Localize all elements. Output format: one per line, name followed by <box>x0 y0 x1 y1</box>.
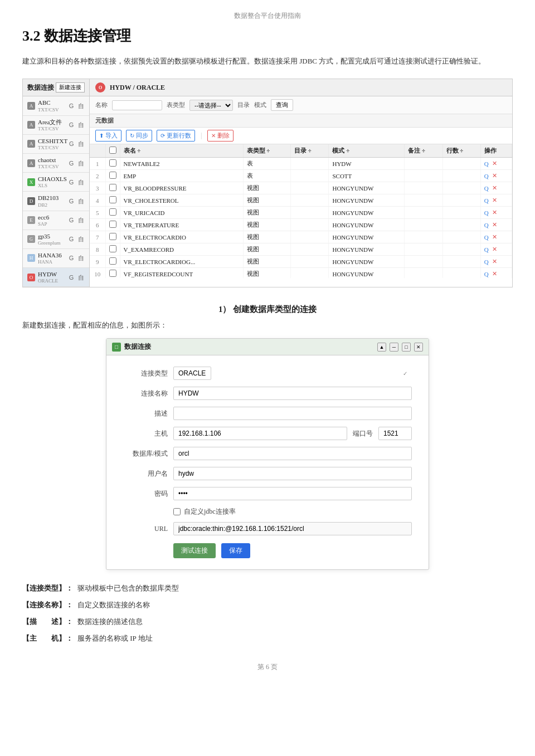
conn-name-input[interactable] <box>173 387 412 400</box>
url-input[interactable] <box>173 522 412 535</box>
delete-abc-button[interactable]: 自 <box>77 102 85 110</box>
edit-hydw-button[interactable]: G <box>67 274 75 281</box>
row-checkbox[interactable] <box>105 243 120 256</box>
row-query-icon[interactable]: Q <box>484 185 489 192</box>
toolbar-name-input[interactable] <box>112 100 162 110</box>
row-checkbox[interactable] <box>105 219 120 231</box>
row-query-icon[interactable]: Q <box>484 222 489 228</box>
sidebar-item-chaoxls[interactable]: X CHAOXLS XLS G 自 <box>23 173 89 192</box>
delete-ceshitxt-button[interactable]: 自 <box>77 140 85 148</box>
sidebar-item-chaotxt[interactable]: A chaotxt TXT/CSV G 自 <box>23 154 89 173</box>
edit-area-button[interactable]: G <box>67 121 75 129</box>
refresh-button[interactable]: ⟳ 更新行数 <box>157 130 195 142</box>
row-delete-icon[interactable]: ✕ <box>492 221 497 228</box>
row-name: V_EXAMRECORD <box>120 243 243 256</box>
edit-chaoxls-button[interactable]: G <box>67 178 75 186</box>
row-delete-icon[interactable]: ✕ <box>492 197 497 204</box>
row-query-icon[interactable]: Q <box>484 173 489 179</box>
new-connection-button[interactable]: 新建连接 <box>56 82 85 92</box>
edit-chaotxt-button[interactable]: G <box>67 159 75 167</box>
delete-hydw-button[interactable]: 自 <box>77 274 85 281</box>
row-checkbox[interactable] <box>105 268 120 279</box>
col-type[interactable]: 表类型 ÷ <box>243 144 291 158</box>
col-schema[interactable]: 模式 ÷ <box>329 144 405 158</box>
row-query-icon[interactable]: Q <box>484 246 489 253</box>
toolbar-type-select[interactable]: --请选择-- 表 视图 <box>189 100 233 111</box>
row-delete-icon[interactable]: ✕ <box>492 233 497 241</box>
delete-chaoxls-button[interactable]: 自 <box>77 178 85 186</box>
sidebar-item-gp35[interactable]: G gp35 Greenplum G 自 <box>23 230 89 249</box>
delete-hana36-button[interactable]: 自 <box>77 254 85 262</box>
row-checkbox[interactable] <box>105 231 120 243</box>
edit-abc-button[interactable]: G <box>67 102 75 110</box>
row-delete-icon[interactable]: ✕ <box>492 258 497 265</box>
row-delete-icon[interactable]: ✕ <box>492 184 497 192</box>
sidebar-item-abc[interactable]: A ABC TXT/CSV G 自 <box>23 96 89 115</box>
row-checkbox[interactable] <box>105 182 120 194</box>
row-query-icon[interactable]: Q <box>484 258 489 265</box>
sidebar-item-ceshitxt[interactable]: A CESHITXT TXT/CSV G 自 <box>23 135 89 154</box>
delete-area-button[interactable]: 自 <box>77 121 85 129</box>
delete-db2103-button[interactable]: 自 <box>77 197 85 205</box>
col-catalog[interactable]: 目录 ÷ <box>291 144 329 158</box>
desc-input[interactable] <box>173 407 412 420</box>
sidebar-item-ecc6[interactable]: E ecc6 SAP G 自 <box>23 211 89 230</box>
col-name[interactable]: 表名 ÷ <box>120 144 243 158</box>
row-query-icon[interactable]: Q <box>484 271 489 277</box>
sidebar-item-type-abc: TXT/CSV <box>38 107 59 113</box>
sidebar-item-db2103[interactable]: D DB2103 DB2 G 自 <box>23 192 89 211</box>
edit-gp35-button[interactable]: G <box>67 235 75 243</box>
delete-ecc6-button[interactable]: 自 <box>77 216 85 224</box>
dialog-maximize-button[interactable]: ─ <box>390 343 398 352</box>
import-button[interactable]: ⬆ 导入 <box>95 130 121 142</box>
custom-jdbc-checkbox[interactable] <box>173 508 181 515</box>
edit-ecc6-button[interactable]: G <box>67 216 75 224</box>
edit-hana36-button[interactable]: G <box>67 254 75 262</box>
delete-chaotxt-button[interactable]: 自 <box>77 159 85 167</box>
dialog-close-button[interactable]: ✕ <box>414 343 423 352</box>
row-checkbox[interactable] <box>105 194 120 207</box>
row-checkbox[interactable] <box>105 207 120 219</box>
delete-gp35-button[interactable]: 自 <box>77 235 85 243</box>
select-all-checkbox[interactable] <box>109 147 116 154</box>
edit-db2103-button[interactable]: G <box>67 197 75 205</box>
db-schema-input[interactable] <box>173 447 412 460</box>
row-checkbox[interactable] <box>105 256 120 268</box>
col-remark[interactable]: 备注 ÷ <box>405 144 442 158</box>
save-connection-button[interactable]: 保存 <box>221 543 250 558</box>
row-query-icon[interactable]: Q <box>484 160 489 167</box>
sidebar-header-label: 数据连接 <box>27 83 54 92</box>
sidebar-item-area[interactable]: A Area文件 TXT/CSV G 自 <box>23 116 89 135</box>
row-actions: Q ✕ <box>480 170 512 182</box>
row-catalog <box>291 256 329 268</box>
dialog-restore-button[interactable]: □ <box>402 343 411 352</box>
row-checkbox[interactable] <box>105 170 120 182</box>
sync-button[interactable]: ↻ 同步 <box>126 130 152 142</box>
dialog-minimize-button[interactable]: ▲ <box>377 343 386 352</box>
row-query-icon[interactable]: Q <box>484 234 489 241</box>
row-checkbox[interactable] <box>105 158 120 170</box>
conn-type-select[interactable]: ORACLE <box>173 367 211 380</box>
sidebar-item-hana36[interactable]: H HANA36 HANA G 自 <box>23 249 89 268</box>
row-delete-icon[interactable]: ✕ <box>492 172 497 179</box>
row-query-icon[interactable]: Q <box>484 209 489 216</box>
toolbar-query-button[interactable]: 查询 <box>271 99 293 111</box>
host-input[interactable] <box>173 427 347 440</box>
username-input[interactable] <box>173 467 412 480</box>
row-query-icon[interactable]: Q <box>484 197 489 204</box>
row-delete-icon[interactable]: ✕ <box>492 246 497 253</box>
password-input[interactable] <box>173 487 412 500</box>
col-rows[interactable]: 行数 ÷ <box>442 144 480 158</box>
row-delete-icon[interactable]: ✕ <box>492 160 497 167</box>
edit-ceshitxt-button[interactable]: G <box>67 140 75 148</box>
delete-button[interactable]: ✕ 删除 <box>207 130 234 142</box>
row-delete-icon[interactable]: ✕ <box>492 270 497 277</box>
test-connection-button[interactable]: 测试连接 <box>173 543 216 558</box>
sidebar-item-type-hydw: ORACLE <box>38 278 58 284</box>
sidebar-item-hydw[interactable]: O HYDW ORACLE G 自 <box>23 268 89 287</box>
port-input[interactable] <box>378 427 412 440</box>
row-type: 视图 <box>243 256 291 268</box>
row-delete-icon[interactable]: ✕ <box>492 209 497 216</box>
sidebar-item-name-chaoxls: CHAOXLS <box>38 175 67 183</box>
main-panel: O HYDW / ORACLE 名称 表类型 --请选择-- 表 视图 目录 模… <box>90 79 512 287</box>
